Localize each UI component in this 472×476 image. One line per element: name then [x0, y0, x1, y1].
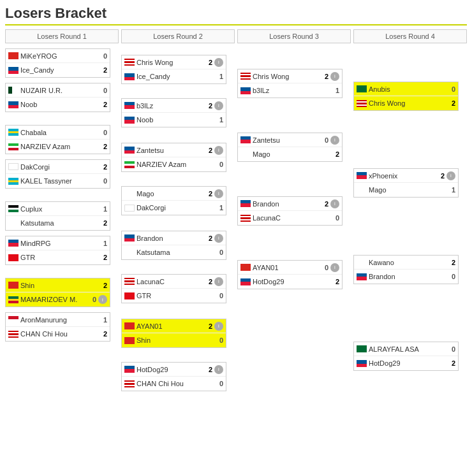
score-chanchihou-r2: 0	[214, 380, 223, 387]
flag-narziev-r1	[8, 143, 18, 150]
player-chabala: Chabala	[20, 129, 97, 136]
player-ayan01-r3: AYAN01	[253, 264, 318, 271]
info-r2m7[interactable]: i	[214, 322, 223, 331]
r3-match-4: AYAN01 0 i HotDog29 2	[237, 260, 351, 289]
flag-b3llz-r2	[124, 102, 135, 109]
player-mindrpg: MindRPG	[20, 240, 97, 247]
flag-ayan01-r3	[240, 264, 251, 271]
info-r2m3[interactable]: i	[214, 146, 223, 155]
player-hotdog29-r2: HotDog29	[136, 366, 202, 373]
flag-icecandy-r2	[124, 73, 135, 80]
player-narziev-r2: NARZIEV Azam	[136, 161, 213, 168]
flag-noob-r1	[8, 101, 18, 108]
player-brandon-r2: Brandon	[136, 234, 202, 242]
player-icecandy-r2: Ice_Candy	[136, 73, 213, 80]
info-r3m3[interactable]: i	[330, 199, 339, 208]
info-r3m2[interactable]: i	[330, 136, 339, 145]
player-katsutama-r1: Katsutama	[20, 219, 97, 227]
player-noob-r2: Noob	[136, 116, 213, 124]
flag-brandon-r3	[240, 200, 251, 207]
player-chanchihou-r2: CHAN Chi Hou	[136, 380, 213, 387]
info-r1m7[interactable]: i	[98, 295, 107, 304]
info-r2m1[interactable]: i	[214, 58, 223, 67]
score-chabala: 0	[98, 129, 107, 136]
info-r2m8[interactable]: i	[214, 365, 223, 374]
round-2-col: Chris Wong 2 i Ice_Candy 1	[121, 48, 235, 391]
flag-xphoenix	[357, 172, 367, 179]
player-dakcorgi-r2: DakCorgi	[136, 204, 213, 212]
player-mikeyrog: MiKeYROG	[20, 52, 97, 60]
score-mikeyrog: 0	[98, 52, 107, 60]
player-chanchihou-r1: CHAN Chi Hou	[20, 330, 97, 338]
score-noob-r1: 2	[98, 101, 107, 108]
r4-match-3: Kawano 2 Brandon 0	[353, 255, 467, 284]
flag-aron	[8, 316, 18, 323]
round-headers: Losers Round 1 Losers Round 2 Losers Rou…	[5, 29, 467, 43]
player-lacunac-r2: LacunaC	[136, 278, 202, 285]
score-b3llz-r3: 1	[330, 87, 339, 94]
r2-match-3: Zantetsu 2 i NARZIEV Azam 0	[121, 143, 235, 172]
info-r2m5[interactable]: i	[214, 234, 223, 243]
round-header-2: Losers Round 2	[121, 29, 235, 43]
score-xphoenix: 2	[436, 172, 445, 180]
r4-match-1: Anubis 0 Chris Wong 2	[353, 82, 467, 111]
score-katsutama-r1: 2	[98, 219, 107, 227]
info-r3m1[interactable]: i	[330, 72, 339, 81]
info-r2m2[interactable]: i	[214, 101, 223, 110]
r1-match-5: Cuplux 1 Katsutama 2	[5, 201, 119, 231]
player-gtr-r1: GTR	[20, 254, 97, 261]
player-b3llz-r2: b3lLz	[136, 102, 202, 110]
info-r3m4[interactable]: i	[330, 263, 339, 272]
flag-katsutama-r2	[124, 249, 135, 256]
flag-lacunac-r2	[124, 278, 135, 285]
r2-match-2: b3lLz 2 i Noob 1	[121, 98, 235, 127]
info-r4m2[interactable]: i	[446, 171, 455, 180]
r4-match-2: xPhoenix 2 i Mago 1	[353, 168, 467, 198]
score-mindrpg: 1	[98, 240, 107, 247]
score-lacunac-r2: 2	[203, 278, 212, 285]
r2-match-1: Chris Wong 2 i Ice_Candy 1	[121, 55, 235, 84]
flag-brandon-r2	[124, 234, 135, 242]
r1-match-3: Chabala 0 NARZIEV Azam 2	[5, 125, 119, 154]
flag-chabala	[8, 129, 18, 136]
score-brandon-r4: 0	[446, 273, 455, 280]
score-aron: 1	[98, 316, 107, 324]
player-hotdog29-r3: HotDog29	[253, 278, 329, 285]
score-gtr-r2: 0	[214, 292, 223, 299]
player-chriswong-r3: Chris Wong	[253, 73, 318, 80]
player-kalel: KALEL Tassyner	[20, 177, 97, 185]
flag-brandon-r4	[357, 273, 367, 280]
player-mamarizoev: MAMARIZOEV M.	[20, 296, 86, 303]
info-r2m6[interactable]: i	[214, 277, 223, 286]
player-kawano: Kawano	[369, 259, 445, 266]
r3-match-1: Chris Wong 2 i b3lLz 1	[237, 69, 351, 98]
player-nuzair: NUZAIR U.R.	[20, 87, 97, 94]
score-cuplux: 1	[98, 205, 107, 213]
page-title: Losers Bracket	[5, 5, 467, 25]
score-anubis: 0	[446, 85, 455, 93]
score-lacunac-r3: 0	[330, 214, 339, 222]
flag-ayan01-r2	[124, 322, 135, 329]
r1-match-1: MiKeYROG 0 Ice_Candy 2	[5, 48, 119, 78]
score-kalel: 0	[98, 177, 107, 185]
flag-mago-r2	[124, 190, 135, 197]
flag-zantetsu-r2	[124, 147, 135, 154]
player-dakcorgi-r1: DakCorgi	[20, 163, 97, 171]
score-chriswong-r4: 2	[446, 99, 455, 107]
score-mago-r2: 2	[203, 190, 212, 198]
flag-mikeyrog	[8, 52, 18, 59]
r1-match-2: NUZAIR U.R. 0 Noob 2	[5, 83, 119, 112]
flag-chriswong-r3	[240, 73, 251, 80]
info-r2m4[interactable]: i	[214, 189, 223, 198]
flag-dakcorgi-r2	[124, 205, 135, 212]
player-ayan01-r2: AYAN01	[136, 322, 202, 330]
round-header-1: Losers Round 1	[5, 29, 119, 43]
score-nuzair: 0	[98, 87, 107, 94]
round-1-col: MiKeYROG 0 Ice_Candy 2	[5, 48, 119, 342]
flag-narziev-r2	[124, 161, 135, 168]
flag-gtr-r1	[8, 254, 18, 261]
flag-chanchihou-r1	[8, 331, 18, 338]
score-hotdog29-r3: 2	[330, 278, 339, 285]
player-alrayfal: ALRAYFAL ASA	[369, 345, 445, 353]
player-icecandy-r1: Ice_Candy	[20, 66, 97, 74]
